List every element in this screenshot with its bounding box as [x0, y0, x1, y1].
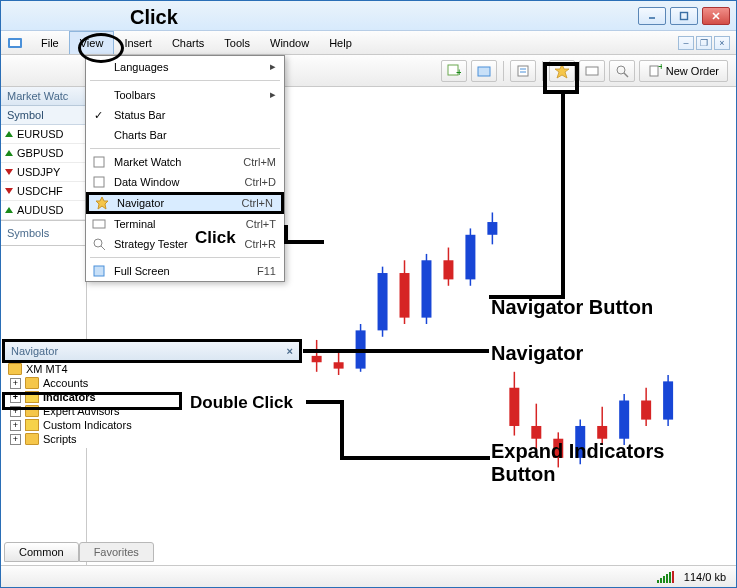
menu-data-window[interactable]: Data WindowCtrl+D: [86, 172, 284, 192]
svg-rect-35: [487, 222, 497, 235]
svg-rect-21: [334, 362, 344, 368]
mw-row-usdjpy[interactable]: USDJPY: [1, 163, 86, 182]
menu-label: Market Watch: [114, 156, 181, 168]
svg-point-56: [94, 239, 102, 247]
statusbar: 114/0 kb: [1, 565, 736, 587]
menu-label: Navigator: [117, 197, 164, 209]
mw-sym: EURUSD: [17, 128, 63, 140]
mw-row-gbpusd[interactable]: GBPUSD: [1, 144, 86, 163]
menu-strategy-tester[interactable]: Strategy TesterCtrl+R: [86, 234, 284, 254]
tree-accounts[interactable]: +Accounts: [8, 376, 285, 390]
new-chart-button[interactable]: +: [441, 60, 467, 82]
terminal-icon: [90, 216, 108, 232]
menu-label: Data Window: [114, 176, 179, 188]
mdi-minimize[interactable]: –: [678, 36, 694, 50]
fx-icon: [25, 419, 39, 431]
ann-line-navbtn: [561, 94, 565, 299]
svg-rect-33: [465, 235, 475, 280]
navigator-title: Navigator: [11, 345, 58, 357]
new-order-label: New Order: [666, 65, 719, 77]
menu-label: Full Screen: [114, 265, 170, 277]
ann-line-indic-v: [340, 400, 344, 460]
tab-common[interactable]: Common: [4, 542, 79, 562]
tree-root[interactable]: XM MT4: [8, 362, 285, 376]
ann-line-indic-h2: [340, 456, 490, 460]
toolbar-sep: [503, 61, 504, 81]
svg-marker-54: [96, 197, 108, 209]
menu-navigator[interactable]: NavigatorCtrl+N: [86, 192, 284, 214]
menu-toolbars[interactable]: Toolbars: [86, 84, 284, 105]
menu-status-bar[interactable]: Status Bar: [86, 105, 284, 125]
new-order-button[interactable]: + New Order: [639, 60, 728, 82]
menu-full-screen[interactable]: Full ScreenF11: [86, 261, 284, 281]
mw-sym: USDJPY: [17, 166, 60, 178]
data-window-icon: [90, 174, 108, 190]
mw-row-eurusd[interactable]: EURUSD: [1, 125, 86, 144]
shortcut: Ctrl+M: [243, 156, 276, 168]
menu-window[interactable]: Window: [260, 31, 319, 54]
tree-custom-indicators[interactable]: +Custom Indicators: [8, 418, 285, 432]
navigator-star-icon: [93, 195, 111, 211]
profiles-button[interactable]: [471, 60, 497, 82]
folder-icon: [25, 377, 39, 389]
expand-toggle[interactable]: +: [10, 420, 21, 431]
svg-rect-19: [312, 356, 322, 362]
svg-rect-16: [650, 66, 658, 76]
mdi-child-controls: – ❐ ×: [678, 31, 736, 54]
ann-navigator: Navigator: [491, 342, 583, 365]
navigator-button-highlight: [543, 62, 579, 94]
menu-file[interactable]: File: [31, 31, 69, 54]
up-arrow-icon: [5, 131, 13, 137]
tree-label: XM MT4: [26, 363, 68, 375]
expand-toggle[interactable]: +: [10, 378, 21, 389]
ann-click-top: Click: [130, 6, 178, 29]
svg-rect-29: [421, 260, 431, 317]
strategy-tester-button[interactable]: [609, 60, 635, 82]
down-arrow-icon: [5, 169, 13, 175]
navigator-close-icon[interactable]: ×: [287, 345, 293, 357]
up-arrow-icon: [5, 150, 13, 156]
svg-rect-49: [641, 400, 651, 419]
symbols-label[interactable]: Symbols: [1, 220, 86, 246]
mw-sym: AUDUSD: [17, 204, 63, 216]
shortcut: F11: [257, 265, 276, 277]
menu-tools[interactable]: Tools: [214, 31, 260, 54]
menu-help[interactable]: Help: [319, 31, 362, 54]
tab-favorites[interactable]: Favorites: [79, 542, 154, 562]
terminal-button[interactable]: [579, 60, 605, 82]
close-button[interactable]: [702, 7, 730, 25]
mdi-close[interactable]: ×: [714, 36, 730, 50]
folder-icon: [25, 433, 39, 445]
minimize-button[interactable]: [638, 7, 666, 25]
menu-charts-bar[interactable]: Charts Bar: [86, 125, 284, 145]
svg-rect-31: [443, 260, 453, 279]
menu-terminal[interactable]: TerminalCtrl+T: [86, 214, 284, 234]
tree-label: Accounts: [43, 377, 88, 389]
mw-sym: GBPUSD: [17, 147, 63, 159]
svg-text:+: +: [456, 66, 461, 78]
shortcut: Ctrl+D: [245, 176, 276, 188]
maximize-button[interactable]: [670, 7, 698, 25]
svg-rect-55: [93, 220, 105, 228]
mw-sym: USDCHF: [17, 185, 63, 197]
mw-row-audusd[interactable]: AUDUSD: [1, 201, 86, 220]
ann-line-navigator: [303, 349, 489, 353]
mdi-restore[interactable]: ❐: [696, 36, 712, 50]
svg-rect-13: [586, 67, 598, 75]
app-icon: [5, 31, 25, 54]
titlebar: [1, 1, 736, 31]
menu-charts[interactable]: Charts: [162, 31, 214, 54]
mw-row-usdchf[interactable]: USDCHF: [1, 182, 86, 201]
view-menu-highlight: [78, 33, 124, 63]
up-arrow-icon: [5, 207, 13, 213]
ann-click-nav: Click: [195, 228, 236, 248]
tree-scripts[interactable]: +Scripts: [8, 432, 285, 446]
expand-toggle[interactable]: +: [10, 434, 21, 445]
menu-market-watch[interactable]: Market WatchCtrl+M: [86, 152, 284, 172]
new-order-icon: +: [648, 64, 662, 78]
market-watch-button[interactable]: [510, 60, 536, 82]
svg-line-15: [624, 73, 628, 77]
fullscreen-icon: [90, 263, 108, 279]
menu-label: Status Bar: [114, 109, 165, 121]
left-column: Market Watc Symbol EURUSD GBPUSD USDJPY …: [1, 87, 87, 565]
